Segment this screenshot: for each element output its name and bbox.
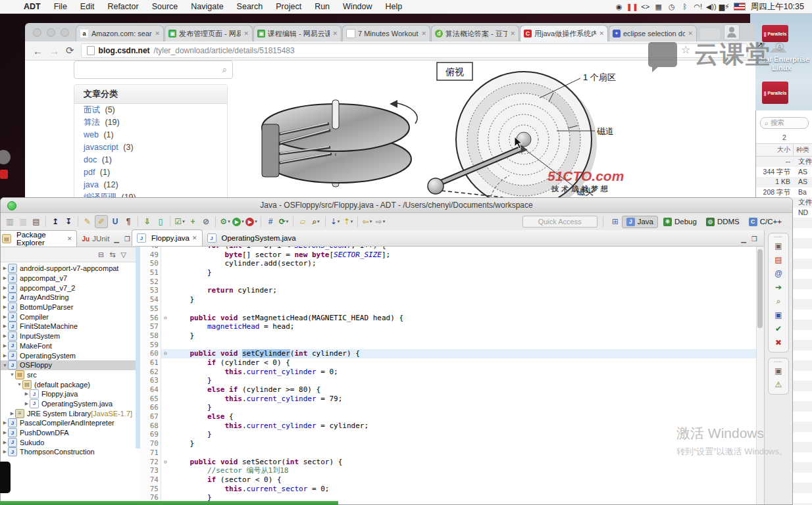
- minimize-view-icon[interactable]: ▁: [114, 235, 119, 243]
- editor-scrollbar[interactable]: [756, 247, 764, 504]
- code-line-75[interactable]: 75 this.current_sector = 0;: [136, 485, 764, 494]
- close-tab-icon[interactable]: ✕: [599, 30, 604, 37]
- browser-tab-1[interactable]: ▣发布管理页面 - 网易云✕: [165, 25, 253, 41]
- tree-item[interactable]: ▶JBottomUpParser: [1, 302, 136, 312]
- column-size[interactable]: 大小: [756, 144, 794, 156]
- column-kind[interactable]: 种类: [794, 144, 809, 156]
- search-torch-icon[interactable]: ⌕▾: [310, 216, 322, 228]
- tab-package-explorer[interactable]: ▤ Package Explorer ✕: [0, 230, 77, 247]
- parallels-vm-icon-2[interactable]: || Parallels: [762, 82, 788, 104]
- code-editor[interactable]: 48 for (int i = 0; i < SECTORS_COUNT; i+…: [136, 247, 764, 504]
- category-link[interactable]: 面试 (5): [74, 104, 227, 116]
- menu-search[interactable]: Search: [230, 2, 270, 11]
- tree-item[interactable]: ▶JThompsonConstruction: [1, 447, 136, 457]
- tree-item[interactable]: ▶JOperatingSystem.java: [1, 399, 136, 409]
- dropdown-arrow-icon[interactable]: ▾: [255, 219, 257, 224]
- tree-item[interactable]: ▶JPascalCompilerAndIntepreter: [1, 418, 136, 428]
- editor-tab-1[interactable]: JOperatingSystem.java: [203, 230, 301, 246]
- parallels-icon[interactable]: ❚❚: [626, 3, 639, 11]
- finder-search-field[interactable]: ⌕ 搜索: [760, 117, 809, 129]
- tree-item[interactable]: ▶JArrayAndString: [1, 293, 136, 302]
- code-line-57[interactable]: 57 magneticHead = head;: [136, 322, 764, 331]
- category-name[interactable]: 面试: [84, 105, 100, 114]
- collapse-arrow-icon[interactable]: ▼: [9, 372, 15, 377]
- menu-edit[interactable]: Edit: [74, 2, 101, 11]
- browser-tab-5[interactable]: C用java做操作系统内核✕: [520, 25, 608, 41]
- category-name[interactable]: web: [84, 130, 99, 139]
- code-line-56[interactable]: 56⊖ public void setMagneticHead(MAGNETIC…: [136, 314, 764, 323]
- expand-arrow-icon[interactable]: ▶: [2, 324, 8, 329]
- code-line-71[interactable]: 71: [136, 448, 764, 458]
- perspective-ddms[interactable]: ◍DDMS: [702, 216, 744, 228]
- category-name[interactable]: java: [84, 180, 99, 189]
- menu-navigate[interactable]: Navigate: [184, 2, 230, 11]
- dropdown-arrow-icon[interactable]: ▾: [317, 219, 320, 224]
- collapse-arrow-icon[interactable]: ▼: [2, 363, 8, 368]
- category-name[interactable]: 算法: [84, 118, 100, 127]
- perspective-java[interactable]: JJava: [622, 216, 658, 228]
- editor-tab-0[interactable]: JFloppy.java✕: [132, 229, 203, 246]
- finder-row[interactable]: 344 字节AS: [756, 167, 812, 178]
- reload-icon[interactable]: ⟳: [66, 45, 74, 57]
- tasks-icon[interactable]: ✔: [769, 322, 788, 335]
- collapse-arrow-icon[interactable]: ▼: [16, 382, 22, 387]
- code-line-54[interactable]: 54 }: [136, 295, 764, 304]
- pilcrow-icon[interactable]: ¶: [122, 216, 134, 228]
- format-icon[interactable]: ✐: [95, 215, 108, 228]
- perspective-c/c++[interactable]: CC/C++: [745, 216, 786, 228]
- dropdown-arrow-icon[interactable]: ▾: [351, 219, 353, 224]
- minimize-view-icon[interactable]: ▁: [741, 235, 746, 243]
- open-type-icon[interactable]: ▱: [297, 216, 309, 228]
- fold-marker-icon[interactable]: ⊖: [161, 349, 170, 358]
- tree-item[interactable]: ▶Jappcompat_v7: [1, 274, 136, 283]
- code-brackets-icon[interactable]: <>: [639, 3, 652, 11]
- expand-arrow-icon[interactable]: ▶: [2, 304, 8, 310]
- tab-junit[interactable]: Ju JUnit: [77, 231, 114, 247]
- close-tab-icon[interactable]: ✕: [192, 235, 197, 241]
- code-line-64[interactable]: 64 else if (cylinder >= 80) {: [136, 385, 764, 395]
- bluetooth-icon[interactable]: ᛒ: [678, 3, 692, 11]
- last-edit-icon[interactable]: ⇣▾: [329, 216, 341, 228]
- expand-arrow-icon[interactable]: ▶: [2, 285, 8, 291]
- menubar-clock[interactable]: 周四上午10:35: [748, 1, 807, 12]
- volume-icon[interactable]: ◀)): [705, 3, 718, 11]
- category-link[interactable]: javascript (3): [74, 141, 227, 154]
- maximize-view-icon[interactable]: ❒: [751, 235, 757, 243]
- fold-marker-icon[interactable]: ⊖: [161, 314, 170, 323]
- menu-refactor[interactable]: Refactor: [101, 2, 145, 11]
- tree-item[interactable]: ▶JPushDownDFA: [1, 428, 136, 438]
- expand-arrow-icon[interactable]: ▶: [2, 295, 8, 300]
- grid-icon[interactable]: #: [265, 216, 276, 228]
- browser-tab-2[interactable]: ▣课程编辑 - 网易云课堂✕: [253, 25, 342, 41]
- android-device-icon[interactable]: ▯: [155, 216, 166, 228]
- tree-item[interactable]: ▶JFinitStateMachine: [1, 322, 136, 331]
- close-tab-icon[interactable]: ✕: [332, 30, 338, 37]
- close-tab-icon[interactable]: ✕: [421, 30, 426, 37]
- code-line-62[interactable]: 62 this.current_cylinder = 0;: [136, 368, 764, 377]
- close-window-button[interactable]: [33, 28, 41, 37]
- download-box-icon[interactable]: ⇩: [141, 216, 153, 228]
- dropdown-arrow-icon[interactable]: ▾: [370, 219, 372, 224]
- code-line-69[interactable]: 69 }: [136, 430, 764, 439]
- view-menu-icon[interactable]: ▽: [121, 251, 126, 259]
- run-icon[interactable]: ▶▾: [232, 216, 244, 228]
- restore-view-icon[interactable]: ▣: [769, 364, 788, 377]
- finder-row[interactable]: 1 KBAS: [756, 177, 812, 187]
- export-icon[interactable]: ↥: [49, 216, 61, 228]
- code-line-58[interactable]: 58 }: [136, 331, 764, 341]
- menu-adt[interactable]: ADT: [17, 2, 47, 11]
- open-perspective-button[interactable]: ⊞: [609, 216, 621, 228]
- code-line-52[interactable]: 52: [136, 277, 764, 287]
- checkbox-icon[interactable]: ☑▾: [174, 216, 186, 228]
- tree-item[interactable]: ▶JInputSystem: [1, 331, 136, 341]
- code-line-74[interactable]: 74 if (sector < 0) {: [136, 475, 764, 485]
- close-tab-icon[interactable]: ✕: [243, 30, 249, 37]
- maximize-view-icon[interactable]: ❒: [124, 235, 130, 243]
- forward-icon[interactable]: ⇨▾: [374, 216, 386, 228]
- menu-file[interactable]: File: [47, 2, 74, 11]
- code-line-63[interactable]: 63 }: [136, 376, 764, 385]
- menu-source[interactable]: Source: [145, 2, 185, 11]
- menu-window[interactable]: Window: [336, 2, 378, 11]
- menu-help[interactable]: Help: [379, 2, 409, 11]
- category-link[interactable]: web (1): [74, 129, 227, 141]
